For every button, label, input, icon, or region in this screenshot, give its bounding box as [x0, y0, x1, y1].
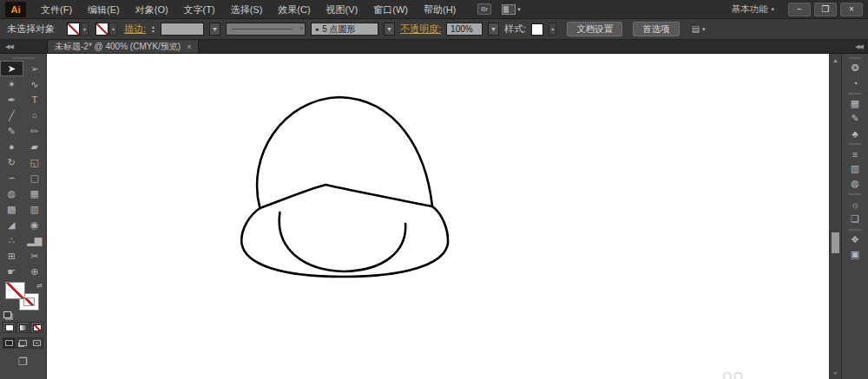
stepper-down-icon[interactable]: ▼ [151, 29, 155, 34]
restore-button[interactable]: ❐ [814, 3, 837, 16]
fill-none-swatch[interactable] [67, 23, 80, 36]
blend-tool[interactable]: ◉ [23, 217, 47, 232]
arrange-documents-button[interactable]: ▾ [502, 4, 521, 15]
hand-tool[interactable]: ☛ [0, 264, 23, 279]
rotate-tool[interactable]: ↻ [0, 154, 23, 170]
blob-brush-tool[interactable]: ● [0, 139, 23, 154]
draw-behind-button[interactable] [16, 337, 30, 349]
chevron-down-icon[interactable]: ▾ [109, 23, 117, 36]
fringe-line[interactable] [260, 185, 432, 208]
gradient-panel-icon[interactable]: ▥ [842, 161, 868, 176]
magic-wand-tool[interactable]: ✶ [0, 76, 23, 92]
symbol-sprayer-tool[interactable]: ∴ [0, 232, 23, 248]
stroke-panel-link[interactable]: 描边: [124, 23, 146, 36]
ellipse-tool[interactable]: ○ [23, 108, 47, 123]
screen-mode-button[interactable]: ❐ [0, 356, 46, 368]
menu-item[interactable]: 文字(T) [176, 0, 223, 19]
stroke-weight-stepper[interactable]: ▲ ▼ [151, 25, 155, 34]
menu-item[interactable]: 窗口(W) [365, 0, 416, 19]
scroll-up-icon[interactable]: ▲ [830, 57, 841, 63]
control-panel-menu[interactable]: ▤ ▾ [692, 24, 706, 34]
menu-item[interactable]: 文件(F) [33, 0, 80, 19]
artboard-canvas[interactable]: OO [47, 54, 829, 379]
head-outline[interactable] [241, 97, 448, 277]
close-button[interactable]: × [840, 3, 863, 16]
draw-inside-button[interactable] [30, 337, 43, 349]
opacity-dropdown-button[interactable]: ▼ [488, 23, 499, 36]
color-button[interactable] [3, 322, 16, 333]
column-graph-tool[interactable]: ▂▆ [23, 232, 47, 248]
eyedropper-tool[interactable]: ◢ [0, 217, 23, 232]
color-panel-icon[interactable]: ❂ [842, 55, 868, 75]
paintbrush-tool[interactable]: ✎ [0, 123, 23, 139]
workspace-switcher[interactable]: 基本功能 ▾ [731, 3, 774, 16]
stroke-weight-dropdown[interactable]: ▼ [209, 23, 220, 36]
pencil-tool[interactable]: ✏ [23, 123, 47, 139]
artboards-panel-icon[interactable]: ▣ [842, 247, 868, 262]
draw-normal-button[interactable] [3, 337, 16, 349]
stroke-color-control[interactable]: ▾ [95, 23, 117, 36]
brush-definition-dropdown[interactable]: ● 5 点圆形 [311, 23, 378, 36]
face-curve[interactable] [279, 212, 405, 271]
menu-item[interactable]: 对象(O) [128, 0, 176, 19]
width-profile-dropdown[interactable] [226, 23, 306, 36]
appearance-panel-icon[interactable]: ☼ [842, 191, 868, 212]
slice-tool[interactable]: ✂ [23, 248, 47, 264]
menu-item[interactable]: 视图(V) [319, 0, 366, 19]
style-dropdown-button[interactable]: ▾ [549, 23, 556, 36]
stroke-panel-icon[interactable]: ≡ [842, 140, 868, 161]
graphic-styles-panel-icon[interactable]: ❏ [842, 212, 868, 226]
pen-tool[interactable]: ✒ [0, 92, 23, 108]
brush-dropdown-button[interactable]: ▼ [384, 23, 395, 36]
perspective-grid-tool[interactable]: ▦ [23, 186, 47, 201]
width-tool[interactable]: ∽ [0, 170, 23, 186]
style-swatch[interactable] [531, 23, 543, 36]
document-setup-button[interactable]: 文档设置 [567, 22, 622, 36]
swatches-panel-icon[interactable]: ▦ [842, 90, 868, 111]
none-button[interactable] [30, 322, 43, 333]
type-tool[interactable]: T [23, 92, 47, 108]
scale-tool[interactable]: ◱ [23, 154, 47, 170]
toolbar-collapse-button[interactable]: ◀◀ [0, 40, 47, 53]
scroll-down-icon[interactable]: ▼ [830, 370, 841, 376]
panel-grip[interactable] [12, 57, 35, 59]
swap-fill-stroke-icon[interactable]: ⇄ [36, 282, 43, 290]
menu-item[interactable]: 编辑(E) [80, 0, 128, 19]
opacity-panel-link[interactable]: 不透明度: [400, 23, 441, 36]
default-fill-stroke-icon[interactable] [3, 311, 11, 318]
tab-close-icon[interactable]: × [187, 42, 191, 51]
fill-swatch[interactable] [5, 282, 25, 299]
bridge-button[interactable]: Br [477, 3, 491, 15]
selection-tool[interactable]: ➤ [0, 61, 23, 76]
shape-builder-tool[interactable]: ◍ [0, 186, 23, 201]
minimize-button[interactable]: − [788, 3, 811, 16]
dock-collapse-button[interactable]: ◀◀ [830, 40, 868, 53]
menu-item[interactable]: 效果(C) [270, 0, 318, 19]
artboard-tool[interactable]: ⊞ [0, 248, 23, 264]
brushes-panel-icon[interactable]: ✎ [842, 111, 868, 126]
vertical-scrollbar[interactable]: ▲ ▼ [829, 54, 841, 379]
document-tab[interactable]: 未标题-2* @ 400% (CMYK/预览) × [47, 40, 199, 53]
fill-color-control[interactable]: ▾ [67, 23, 89, 36]
symbols-panel-icon[interactable]: ♣ [842, 126, 868, 140]
gradient-button[interactable] [16, 322, 30, 333]
transparency-panel-icon[interactable]: ◍ [842, 176, 868, 191]
gradient-tool[interactable]: ▥ [23, 201, 47, 217]
lasso-tool[interactable]: ∿ [23, 76, 47, 92]
mesh-tool[interactable]: ▩ [0, 201, 23, 217]
scrollbar-thumb[interactable] [832, 232, 839, 253]
layers-panel-icon[interactable]: ❖ [842, 226, 868, 247]
preferences-button[interactable]: 首选项 [633, 22, 680, 36]
direct-selection-tool[interactable]: ➢ [23, 61, 47, 76]
zoom-tool[interactable]: ⊕ [23, 264, 47, 279]
stroke-weight-input[interactable] [161, 23, 204, 36]
stroke-none-swatch[interactable] [95, 23, 108, 36]
menu-item[interactable]: 帮助(H) [416, 0, 464, 19]
chevron-down-icon[interactable]: ▾ [81, 23, 89, 36]
line-segment-tool[interactable]: ╱ [0, 108, 23, 123]
opacity-input[interactable]: 100% [446, 23, 483, 36]
color-guide-panel-icon[interactable]: ◔ [842, 75, 868, 90]
eraser-tool[interactable]: ▰ [23, 139, 47, 154]
menu-item[interactable]: 选择(S) [223, 0, 271, 19]
free-transform-tool[interactable]: ▢ [23, 170, 47, 186]
